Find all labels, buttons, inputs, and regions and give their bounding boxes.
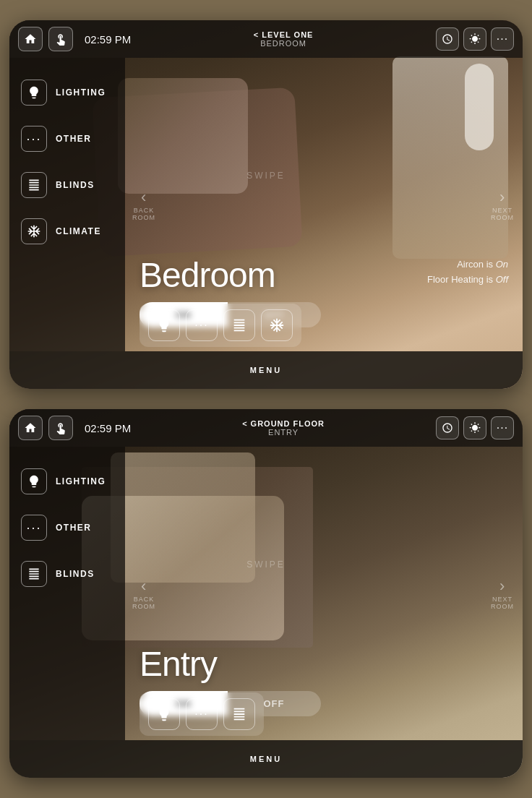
left-chevron-icon-entry: ‹ [141, 577, 147, 596]
home-icon-entry [24, 421, 37, 434]
next-label-entry: NEXTROOM [491, 596, 514, 610]
quick-bulb-icon-entry [156, 706, 172, 722]
swipe-hint-entry: SWIPE [246, 559, 286, 570]
clock-icon [442, 33, 453, 45]
climate-status: Aircon is On Floor Heating is Off [427, 257, 508, 288]
snowflake-icon [27, 224, 41, 239]
nav-next-arrow[interactable]: › NEXTROOM [491, 188, 514, 221]
right-chevron-icon-entry: › [499, 577, 505, 596]
other-icon-box-entry: ··· [21, 515, 47, 541]
blinds-label-entry: BLINDS [56, 569, 95, 579]
lighting-label: LIGHTING [56, 87, 106, 98]
blinds-icon-box [21, 172, 47, 198]
lighting-icon-box [21, 80, 47, 106]
weather-icon-entry [469, 422, 481, 434]
top-bar-center: < LEVEL ONE BEDROOM [254, 30, 314, 48]
clock-button[interactable] [436, 27, 459, 51]
lighting-icon-box-entry [21, 468, 47, 494]
right-chevron-icon: › [499, 188, 505, 207]
touch-button[interactable] [48, 27, 73, 51]
blinds-icon-entry [27, 567, 41, 581]
aircon-status: Aircon is On [427, 257, 508, 273]
quick-bulb-icon [156, 317, 172, 333]
quick-lighting-icon[interactable] [148, 309, 180, 341]
room-sublabel-entry: ENTRY [268, 428, 299, 437]
room-title-bedroom: Bedroom [140, 255, 275, 295]
left-chevron-icon: ‹ [141, 188, 147, 207]
aircon-value: On [496, 259, 508, 270]
home-icon [24, 33, 37, 46]
other-icon-box: ··· [21, 126, 47, 152]
quick-climate-icon[interactable] [261, 309, 293, 341]
sidebar-entry: LIGHTING ··· OTHER BLINDS [9, 447, 125, 740]
sidebar-item-blinds-entry[interactable]: BLINDS [9, 554, 125, 594]
quick-blinds-icon-entry[interactable] [223, 698, 255, 730]
swipe-hint: SWIPE [246, 171, 286, 181]
device-frame-bedroom: 02:59 PM < LEVEL ONE BEDROOM ··· [9, 20, 523, 389]
other-dots-icon-entry: ··· [26, 520, 41, 536]
level-indicator-entry: < GROUND FLOOR [242, 419, 325, 428]
more-button-entry[interactable]: ··· [491, 416, 514, 439]
climate-icon-box [21, 218, 47, 244]
quick-blinds-icon[interactable] [223, 309, 255, 341]
back-label: BACKROOM [132, 207, 155, 221]
blinds-label: BLINDS [56, 180, 95, 190]
nav-back-arrow[interactable]: ‹ BACKROOM [132, 188, 155, 221]
back-label-entry: BACKROOM [132, 596, 155, 610]
sidebar-item-other[interactable]: ··· OTHER [9, 119, 125, 159]
menu-label-bedroom[interactable]: MENU [250, 366, 282, 374]
climate-label: CLIMATE [56, 226, 101, 236]
touch-icon-entry [54, 421, 67, 434]
heating-status: Floor Heating is Off [427, 273, 508, 288]
quick-blinds-icon-entry [231, 706, 247, 722]
heating-value: Off [496, 274, 508, 285]
lightbulb-icon-entry [27, 474, 41, 489]
level-indicator: < LEVEL ONE [254, 30, 314, 39]
top-bar-right-entry: ··· [436, 416, 514, 439]
sidebar-item-lighting[interactable]: LIGHTING [9, 72, 125, 113]
touch-icon [54, 33, 67, 46]
quick-other-icon[interactable]: ··· [186, 309, 218, 341]
bottom-bar-entry: MENU [9, 740, 523, 778]
more-icon-entry: ··· [497, 421, 508, 434]
other-label-entry: OTHER [56, 523, 92, 533]
sidebar-item-climate[interactable]: CLIMATE [9, 211, 125, 252]
clock-icon-entry [442, 422, 453, 434]
sidebar-item-other-entry[interactable]: ··· OTHER [9, 507, 125, 548]
more-button[interactable]: ··· [491, 27, 514, 51]
nav-next-arrow-entry[interactable]: › NEXTROOM [491, 577, 514, 610]
blinds-icon-box-entry [21, 561, 47, 587]
blinds-icon [27, 178, 41, 192]
top-bar-center-entry: < GROUND FLOOR ENTRY [242, 419, 325, 437]
top-bar-right: ··· [436, 27, 514, 51]
top-bar: 02:59 PM < LEVEL ONE BEDROOM ··· [9, 20, 523, 58]
lighting-label-entry: LIGHTING [56, 476, 106, 486]
quick-dots-icon-entry: ··· [194, 708, 208, 721]
bottom-icon-bar-bedroom: ··· [140, 304, 301, 347]
sidebar-item-lighting-entry[interactable]: LIGHTING [9, 461, 125, 502]
bottom-bar-bedroom: MENU [9, 351, 523, 389]
quick-lighting-icon-entry[interactable] [148, 698, 180, 730]
clock-button-entry[interactable] [436, 416, 459, 439]
other-label: OTHER [56, 134, 92, 144]
weather-icon [469, 33, 481, 45]
lightbulb-icon [27, 85, 41, 100]
weather-button-entry[interactable] [463, 416, 486, 439]
weather-button[interactable] [463, 27, 486, 51]
quick-other-icon-entry[interactable]: ··· [186, 698, 218, 730]
home-button[interactable] [18, 27, 43, 51]
time-display-entry: 02:59 PM [85, 422, 131, 434]
top-bar-left: 02:59 PM [18, 27, 131, 51]
home-button-entry[interactable] [18, 416, 43, 440]
menu-label-entry[interactable]: MENU [250, 755, 282, 763]
nav-back-arrow-entry[interactable]: ‹ BACKROOM [132, 577, 155, 610]
sidebar-item-blinds[interactable]: BLINDS [9, 165, 125, 205]
other-dots-icon: ··· [26, 132, 41, 147]
sidebar-bedroom: LIGHTING ··· OTHER BLINDS CLIMATE [9, 58, 125, 351]
top-bar-left-entry: 02:59 PM [18, 416, 131, 440]
more-icon: ··· [497, 33, 508, 46]
touch-button-entry[interactable] [48, 416, 73, 440]
next-label: NEXTROOM [491, 207, 514, 221]
bottom-icon-bar-entry: ··· [140, 692, 264, 736]
device-frame-entry: 02:59 PM < GROUND FLOOR ENTRY ··· [9, 409, 523, 778]
